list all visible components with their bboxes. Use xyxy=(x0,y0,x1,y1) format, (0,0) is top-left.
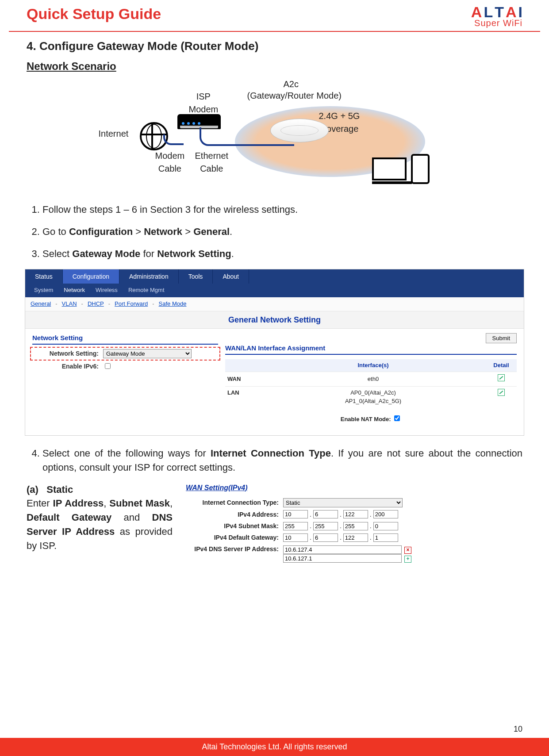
wan-lan-assignment-subhead: WAN/LAN Interface Assignment xyxy=(225,343,517,355)
step-1: Follow the steps 1 – 6 in Section 3 for … xyxy=(42,203,522,217)
subtab-remote-mgmt[interactable]: Remote Mgmt xyxy=(123,284,170,296)
link-general[interactable]: General xyxy=(31,300,51,308)
link-safe-mode[interactable]: Safe Mode xyxy=(159,300,187,308)
ipv4-mask-label: IPv4 Subnet Mask: xyxy=(186,522,279,530)
network-scenario-diagram: A2c (Gateway/Router Mode) 2.4G + 5G Cove… xyxy=(107,83,443,189)
page-number: 10 xyxy=(514,725,522,734)
submit-button[interactable]: Submit xyxy=(486,333,517,343)
wan-setting-title: WAN Setting(IPv4) xyxy=(186,483,522,493)
step-4: Select one of the following ways for Int… xyxy=(42,446,522,475)
ipv4-dns-label: IPv4 DNS Server IP Address: xyxy=(186,545,279,553)
static-option-text: (a) Static Enter IP Address, Subnet Mask… xyxy=(27,483,173,566)
ipv4-addr-1[interactable] xyxy=(283,510,308,518)
ipv4-mask-3[interactable] xyxy=(343,522,368,530)
network-setting-row: Network Setting: Gateway Mode xyxy=(32,349,218,358)
internet-conn-type-select[interactable]: Static xyxy=(283,498,403,507)
ipv4-dns-1[interactable] xyxy=(283,545,402,554)
phone-icon xyxy=(411,154,430,184)
secondary-tabs: System Network Wireless Remote Mgmt xyxy=(25,284,524,297)
ipv4-address-label: IPv4 Address: xyxy=(186,510,279,519)
tertiary-links: General- VLAN- DHCP- Port Forward- Safe … xyxy=(25,297,524,311)
tab-tools[interactable]: Tools xyxy=(179,269,213,284)
tab-about[interactable]: About xyxy=(213,269,249,284)
interface-assignment-table: Interface(s) Detail WAN eth0 LAN AP0_0(A… xyxy=(225,359,517,408)
network-setting-label: Network Setting: xyxy=(32,349,99,358)
ipv4-addr-3[interactable] xyxy=(343,510,368,518)
ipv4-gw-2[interactable] xyxy=(313,533,338,542)
header-divider xyxy=(9,31,540,32)
enable-nat-row: Enable NAT Mode: xyxy=(225,408,517,426)
tab-configuration[interactable]: Configuration xyxy=(63,269,119,284)
ipv4-addr-4[interactable] xyxy=(373,510,398,518)
link-port-forward[interactable]: Port Forward xyxy=(115,300,148,308)
link-dhcp[interactable]: DHCP xyxy=(88,300,104,308)
general-network-setting-title: General Network Setting xyxy=(25,311,524,329)
edit-icon[interactable] xyxy=(498,389,505,396)
ipv4-mask-2[interactable] xyxy=(313,522,338,530)
subtab-wireless[interactable]: Wireless xyxy=(90,284,123,296)
table-row: WAN eth0 xyxy=(225,372,517,387)
primary-tabs: Status Configuration Administration Tool… xyxy=(25,269,524,284)
ipv4-dns-2[interactable] xyxy=(283,554,402,563)
laptop-icon xyxy=(372,157,412,184)
ipv4-gw-label: IPv4 Default Gateway: xyxy=(186,533,279,542)
enable-nat-checkbox[interactable] xyxy=(394,415,400,421)
modem-cable-line xyxy=(163,134,184,145)
guide-title: Quick Setup Guide xyxy=(27,5,161,23)
network-setting-subhead: Network Setting xyxy=(32,333,218,345)
th-detail: Detail xyxy=(486,359,517,372)
tab-administration[interactable]: Administration xyxy=(119,269,179,284)
network-setting-select[interactable]: Gateway Mode xyxy=(103,349,192,358)
th-interfaces: Interface(s) xyxy=(261,359,486,372)
enable-ipv6-label: Enable IPv6: xyxy=(32,362,99,371)
footer-text: Altai Technologies Ltd. All rights reser… xyxy=(0,738,549,756)
subtab-network[interactable]: Network xyxy=(58,284,90,296)
delete-icon[interactable]: × xyxy=(404,547,411,554)
scenario-heading: Network Scenario xyxy=(27,59,522,74)
ipv4-mask-1[interactable] xyxy=(283,522,308,530)
ipv4-gw-3[interactable] xyxy=(343,533,368,542)
step-2: Go to Configuration > Network > General. xyxy=(42,225,522,239)
modem-cable-label: Modem Cable xyxy=(155,150,185,175)
enable-ipv6-checkbox[interactable] xyxy=(105,363,111,369)
isp-modem-label: ISP Modem xyxy=(189,90,219,116)
ap-icon xyxy=(270,119,329,142)
ipv4-gw-4[interactable] xyxy=(373,533,398,542)
ethernet-cable-label: Ethernet Cable xyxy=(195,150,229,175)
modem-icon xyxy=(177,114,221,129)
subtab-system[interactable]: System xyxy=(29,284,58,296)
section-heading: 4. Configure Gateway Mode (Router Mode) xyxy=(27,38,522,55)
table-row: LAN AP0_0(Altai_A2c) AP1_0(Altai_A2c_5G) xyxy=(225,387,517,408)
wan-setting-screenshot: WAN Setting(IPv4) Internet Connection Ty… xyxy=(186,483,522,566)
ap-label: A2c xyxy=(284,78,299,91)
ipv4-addr-2[interactable] xyxy=(313,510,338,518)
brand-logo: ALTAI Super WiFi xyxy=(471,5,522,28)
general-network-setting-screenshot: Status Configuration Administration Tool… xyxy=(25,269,524,436)
ap-mode-label: (Gateway/Router Mode) xyxy=(247,89,342,102)
internet-label: Internet xyxy=(99,127,129,140)
link-vlan[interactable]: VLAN xyxy=(62,300,77,308)
step-3: Select Gateway Mode for Network Setting. xyxy=(42,247,522,261)
add-icon[interactable]: + xyxy=(404,556,411,563)
edit-icon[interactable] xyxy=(498,374,505,381)
ipv4-gw-1[interactable] xyxy=(283,533,308,542)
tab-status[interactable]: Status xyxy=(25,269,63,284)
ipv4-mask-4[interactable] xyxy=(373,522,398,530)
brand-sub: Super WiFi xyxy=(471,18,522,28)
internet-conn-type-label: Internet Connection Type: xyxy=(186,498,279,507)
